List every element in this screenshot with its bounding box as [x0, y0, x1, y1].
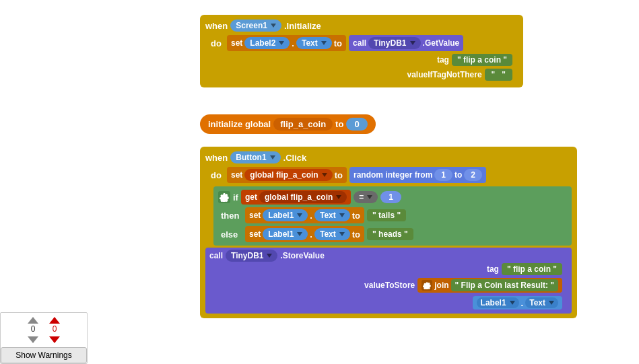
- set-then-block: set Label1 . Text to: [245, 207, 364, 223]
- do-label-2: do: [211, 170, 224, 180]
- set-global-block: set global flip_a_coin to: [227, 167, 347, 183]
- join-gear-icon[interactable]: [422, 280, 432, 291]
- label1-pill-else[interactable]: Label1: [263, 228, 308, 240]
- text-pill-then[interactable]: Text: [314, 209, 350, 221]
- random-int-block: random integer from 1 to 2: [349, 167, 486, 183]
- heads-string: " heads ": [367, 228, 413, 240]
- equals-block[interactable]: =: [354, 191, 378, 203]
- show-warnings-button[interactable]: Show Warnings: [1, 347, 87, 363]
- when-label-2: when: [205, 153, 228, 163]
- valuetostore-label: valueToStore: [364, 281, 415, 290]
- flip-coin-var: flip_a_coin: [273, 118, 333, 131]
- when-initialize-container: when Screen1 .Initialize do set Label2 .…: [200, 15, 523, 87]
- screen1-pill[interactable]: Screen1: [230, 20, 281, 32]
- when-label: when: [205, 21, 228, 31]
- if-label: if: [233, 192, 238, 203]
- when-click-container: when Button1 .Click do set global flip_a…: [200, 147, 577, 318]
- get-block: get global flip_a_coin: [241, 190, 351, 205]
- text-pill-else[interactable]: Text: [314, 228, 350, 240]
- text-pill-1[interactable]: Text: [296, 37, 332, 49]
- tag2-value: " flip a coin ": [502, 263, 562, 275]
- warning-panel: 0 0 Show Warnings: [0, 312, 88, 364]
- event-label: .Initialize: [284, 21, 321, 31]
- flip-text-string: " Flip a Coin last Result: ": [451, 279, 558, 291]
- set-block: set Label2 . Text to: [227, 35, 346, 51]
- tinydb2-pill[interactable]: TinyDB1: [226, 250, 277, 262]
- tag-label-1: tag: [437, 55, 449, 65]
- tag-value-1: " flip a coin ": [452, 54, 512, 66]
- valueiftagnothere-label: valueIfTagNotThere: [407, 70, 481, 79]
- warning-1: 0: [28, 317, 38, 343]
- click-label: .Click: [283, 153, 307, 163]
- else-label: else: [221, 229, 242, 240]
- zero-value: 0: [346, 118, 367, 131]
- empty-string-pill: " ": [485, 69, 512, 81]
- set-else-block: set Label1 . Text to: [245, 226, 364, 242]
- from-1: 1: [434, 169, 452, 181]
- tails-string: " tails ": [367, 209, 406, 221]
- button1-pill[interactable]: Button1: [230, 151, 280, 163]
- tag2-label: tag: [487, 264, 499, 274]
- warning-count-1: 0: [31, 324, 36, 334]
- gear-icon[interactable]: [218, 191, 230, 203]
- if-block: if get global flip_a_coin = 1: [213, 186, 572, 246]
- label2-pill[interactable]: Label2: [244, 37, 290, 49]
- tri-up-icon: [28, 317, 38, 324]
- then-label: then: [221, 211, 242, 221]
- tri-down-red-icon: [49, 336, 60, 343]
- label1-bottom-pill[interactable]: Label1: [477, 297, 519, 308]
- storevalue-label: .StoreValue: [280, 251, 324, 260]
- get-var-pill[interactable]: global flip_a_coin: [259, 191, 347, 203]
- call-label-2: call: [209, 251, 223, 260]
- init-label: initialize global: [208, 119, 271, 129]
- eq-value: 1: [380, 191, 401, 203]
- join-label: join: [434, 281, 448, 290]
- store-value-block: call TinyDB1 .StoreValue tag " flip a co…: [205, 248, 572, 314]
- warning-count-2: 0: [53, 324, 57, 334]
- label1-pill-then[interactable]: Label1: [263, 209, 308, 221]
- warning-2: 0: [49, 317, 60, 343]
- tinydb1-pill[interactable]: TinyDB1: [368, 37, 420, 49]
- label1-bottom-block: Label1 . Text: [473, 296, 562, 310]
- join-block: join " Flip a Coin last Result: ": [417, 278, 562, 293]
- canvas: when Screen1 .Initialize do set Label2 .…: [0, 0, 639, 364]
- global-flip-coin-pill[interactable]: global flip_a_coin: [244, 169, 332, 181]
- do-label: do: [211, 38, 224, 48]
- init-global-block: initialize global flip_a_coin to 0: [200, 114, 376, 134]
- tri-up-red-icon: [49, 317, 60, 324]
- tri-down-icon: [28, 336, 38, 343]
- text-pill-bottom[interactable]: Text: [525, 297, 558, 308]
- to-2: 2: [464, 169, 482, 181]
- call-tinydb-block: call TinyDB1 .GetValue: [349, 35, 463, 51]
